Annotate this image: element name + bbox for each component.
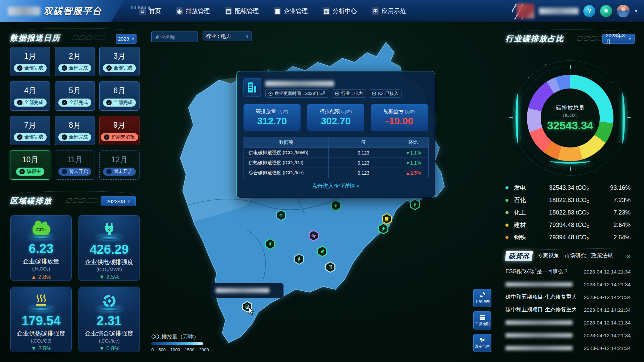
calendar-month-card[interactable]: 4月✓全部完成 bbox=[10, 81, 50, 111]
industry-filter-select[interactable]: 行业：电力 ∨ bbox=[203, 32, 252, 41]
status-icon: × bbox=[104, 134, 109, 140]
stat-label: 企业碳排放量 bbox=[23, 257, 59, 265]
enterprise-detail-link[interactable]: 点击进入企业详情 » bbox=[244, 183, 428, 190]
status-badge: ✓全部完成 bbox=[14, 64, 47, 72]
layer-button-label: 卫星地图 bbox=[475, 299, 490, 304]
layer-button-1[interactable]: 卫星地图 bbox=[473, 289, 491, 307]
industry-month-select[interactable]: 2023年3月 ∨ bbox=[602, 34, 635, 44]
quota-icon: ▤ bbox=[225, 7, 232, 15]
notifications-button[interactable] bbox=[600, 5, 612, 17]
region-month-value: 2023-03 bbox=[106, 198, 125, 204]
metric-name: 综合碳排放强度 (tCO₂/tce) bbox=[244, 170, 328, 176]
stat-card-power[interactable]: 426.29 企业供电碳排强度 (tCO₂/MWh) ▼2.5% bbox=[78, 215, 140, 281]
company-name-redacted bbox=[265, 81, 334, 86]
nav-item-quota[interactable]: ▤配额管理 bbox=[225, 7, 259, 15]
calendar-month-card[interactable]: 9月×超期未填报 bbox=[99, 116, 140, 145]
stat-delta: ▲2.8% bbox=[31, 274, 51, 281]
stat-card-emission[interactable]: CO₂ 6.23 企业碳排放量 (万tCO₂) ▲2.8% bbox=[10, 215, 72, 281]
news-item[interactable]: 碳中和五期项目-生态修复重大工程2023-04-12 14:21:34 bbox=[505, 306, 631, 313]
org-name-redacted bbox=[539, 8, 579, 14]
calendar-month-card[interactable]: 8月✓全部完成 bbox=[55, 116, 95, 145]
news-item[interactable]: 2023-04-12 14:21:34 bbox=[505, 319, 631, 326]
popup-stat-balance: 配额盈亏 (万吨) -10.00 bbox=[371, 104, 428, 131]
map-tooltip[interactable] bbox=[211, 283, 284, 298]
news-item[interactable]: 2023-04-12 14:21:34 bbox=[505, 345, 631, 352]
industry-donut-chart[interactable]: 碳排放总量 （tCO2） 32543.34 bbox=[505, 54, 636, 182]
legend-dot-icon bbox=[505, 224, 508, 227]
calendar-month-card[interactable]: 1月✓全部完成 bbox=[10, 47, 50, 76]
decor-glow bbox=[516, 93, 521, 143]
news-list: ESG跟“双碳”是一回事么？2023-04-12 14:21:342023-04… bbox=[505, 268, 631, 352]
stat-card-heat[interactable]: 179.54 企业供热碳排强度 (tCO₂/GJ) ▼2.5% bbox=[10, 287, 72, 352]
news-more-link[interactable]: » bbox=[627, 252, 631, 260]
status-text: 全部完成 bbox=[24, 65, 43, 71]
calendar-year-select[interactable]: 2023 ∨ bbox=[116, 34, 137, 44]
calendar-month-card[interactable]: 2月✓全部完成 bbox=[55, 47, 95, 76]
atom-icon bbox=[310, 231, 318, 240]
news-item[interactable]: 碳中和五期项目-生态修复重大工程...2023-04-12 14:21:34 bbox=[505, 294, 631, 301]
stat-delta: ▼2.5% bbox=[99, 274, 119, 281]
search-input[interactable] bbox=[151, 32, 198, 42]
satellite-icon bbox=[479, 292, 486, 298]
stat-value: 426.29 bbox=[90, 242, 128, 257]
legend-row[interactable]: 钢铁79394.48 tCO₂2.64% bbox=[505, 233, 631, 241]
calendar-month-card[interactable]: 5月✓全部完成 bbox=[55, 81, 95, 111]
stat-card-composite[interactable]: 2.31 企业综合碳排强度 (tCO₂/tce) ▼0.8% bbox=[78, 287, 140, 352]
power-plug-icon bbox=[103, 220, 116, 237]
news-tab-market[interactable]: 市场研究 bbox=[565, 252, 586, 259]
legend-percent: 7.23% bbox=[606, 209, 631, 216]
decor-glow bbox=[620, 93, 625, 143]
layer-button-2[interactable]: 工况地图 bbox=[473, 311, 491, 329]
iot-icon bbox=[372, 92, 376, 96]
nav-item-label: 排放管理 bbox=[186, 7, 210, 15]
news-tab-expert[interactable]: 专家视角 bbox=[538, 252, 559, 259]
nav-item-demo[interactable]: ⊞应用示范 bbox=[372, 7, 406, 15]
region-month-select[interactable]: 2023-03 ∨ bbox=[101, 196, 136, 206]
legend-row[interactable]: 建材79394.48 tCO₂2.64% bbox=[505, 221, 631, 229]
doc-icon bbox=[326, 262, 334, 272]
news-tab-policy[interactable]: 政策法规 bbox=[591, 252, 613, 259]
calendar-month-card[interactable]: 11月–暂未开启 bbox=[55, 150, 95, 180]
avatar[interactable] bbox=[617, 5, 630, 17]
month-label: 6月 bbox=[113, 85, 125, 96]
calendar-month-card[interactable]: 12月–暂未开启 bbox=[99, 150, 140, 180]
tooltip-company-redacted bbox=[216, 288, 269, 293]
legend-name: 发电 bbox=[514, 184, 549, 192]
legend-row[interactable]: 石化18022.83 tCO₂7.23% bbox=[505, 196, 631, 204]
chevron-down-icon[interactable]: ▼ bbox=[634, 9, 638, 13]
legend-name: 化工 bbox=[514, 208, 549, 217]
layer-button-3[interactable]: 温室气体 bbox=[473, 334, 491, 352]
stat-value: 179.54 bbox=[21, 314, 60, 328]
nav-item-home[interactable]: ⌂首页 bbox=[139, 7, 161, 15]
nav-item-label: 企业管理 bbox=[284, 7, 308, 15]
region-panel-title: 区域碳排放 bbox=[10, 196, 52, 206]
status-text: 暂未开启 bbox=[69, 169, 88, 175]
popup-stat-value: 312.70 bbox=[257, 116, 287, 127]
month-label: 5月 bbox=[69, 85, 81, 96]
calendar-month-card[interactable]: 3月✓全部完成 bbox=[99, 47, 140, 76]
news-item[interactable]: ESG跟“双碳”是一回事么？2023-04-12 14:21:34 bbox=[505, 268, 631, 275]
gear-icon bbox=[277, 210, 285, 220]
news-item[interactable]: 2023-04-12 14:21:34 bbox=[505, 281, 631, 288]
legend-row[interactable]: 发电32543.34 tCO₂93.16% bbox=[505, 184, 631, 192]
metric-delta: ▲2.5% bbox=[398, 170, 428, 176]
industry-filter-value: 行业：电力 bbox=[206, 33, 231, 40]
calendar-month-card[interactable]: 6月✓全部完成 bbox=[99, 81, 140, 111]
legend-row[interactable]: 化工18022.83 tCO₂7.23% bbox=[505, 208, 631, 217]
layer-button-label: 工况地图 bbox=[475, 321, 490, 326]
news-timestamp: 2023-04-12 14:21:34 bbox=[584, 345, 631, 351]
news-item[interactable]: 2023-04-12 14:21:34 bbox=[505, 332, 631, 339]
nav-item-emission[interactable]: ◉排放管理 bbox=[176, 7, 210, 15]
news-timestamp: 2023-04-12 14:21:34 bbox=[584, 307, 631, 313]
calendar-month-card[interactable]: 10月✎填报中 bbox=[10, 150, 50, 180]
icon-pedestal bbox=[29, 307, 54, 311]
status-badge: ✓全部完成 bbox=[14, 133, 47, 141]
building-icon bbox=[244, 78, 261, 97]
help-button[interactable]: ? bbox=[583, 5, 595, 17]
status-text: 全部完成 bbox=[24, 100, 43, 106]
month-label: 9月 bbox=[113, 120, 125, 130]
calendar-month-card[interactable]: 7月✓全部完成 bbox=[10, 116, 50, 145]
nav-item-analysis[interactable]: ▦分析中心 bbox=[323, 7, 357, 15]
nav-item-enterprise[interactable]: ▣企业管理 bbox=[274, 7, 308, 15]
enterprise-icon: ▣ bbox=[274, 7, 281, 15]
